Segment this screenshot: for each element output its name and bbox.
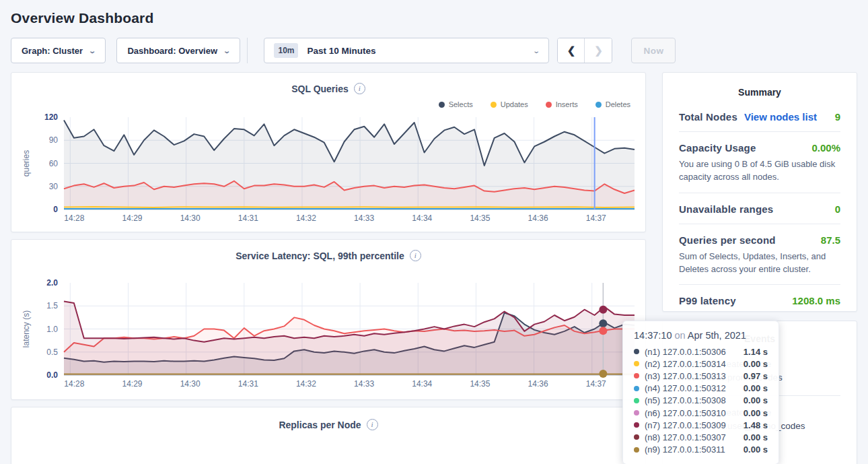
service-latency-card: Service Latency: SQL, 99th percentile i … [11, 239, 646, 400]
summary-label: Queries per second [679, 234, 776, 246]
overview-dashboard-page: Overview Dashboard Graph: Cluster ⌄ Dash… [0, 0, 868, 464]
svg-text:14:35: 14:35 [470, 379, 490, 389]
svg-text:14:30: 14:30 [180, 213, 201, 223]
summary-label: Total Nodes [679, 111, 737, 123]
summary-item-p99-latency: P99 latency 1208.0 ms [679, 285, 840, 312]
time-prev-button[interactable]: ❮ [558, 38, 585, 63]
summary-value: 87.5 [821, 234, 840, 246]
chevron-down-icon: ⌄ [532, 47, 540, 55]
legend-item-deletes[interactable]: Deletes [595, 100, 630, 109]
node-color-dot [634, 349, 639, 354]
svg-text:latency (s): latency (s) [22, 310, 31, 347]
summary-item-unavailable-ranges: Unavailable ranges 0 [679, 193, 840, 224]
sql-queries-card: SQL Queries i Selects Updates Inserts De… [11, 72, 646, 232]
chart-legend: Selects Updates Inserts Deletes [11, 100, 630, 109]
svg-text:1.0: 1.0 [46, 325, 58, 334]
view-nodes-list-link[interactable]: View nodes list [744, 111, 817, 123]
svg-text:14:36: 14:36 [528, 213, 548, 223]
summary-item-queries-per-second: Queries per second 87.5 Sum of Selects, … [679, 224, 840, 286]
svg-text:14:37: 14:37 [586, 213, 606, 223]
tooltip-timestamp: 14:37:10 on Apr 5th, 2021 [634, 330, 768, 341]
svg-text:0.0: 0.0 [46, 370, 58, 380]
svg-text:120: 120 [44, 112, 58, 122]
tooltip-row: (n1) 127.0.0.1:503061.14 s [634, 345, 768, 358]
summary-label: Capacity Usage [679, 142, 756, 154]
legend-dot [595, 102, 602, 108]
node-color-dot [634, 361, 639, 366]
page-title: Overview Dashboard [0, 0, 868, 26]
info-icon[interactable]: i [410, 250, 421, 261]
info-icon[interactable]: i [367, 419, 378, 430]
node-color-dot [634, 373, 639, 378]
svg-text:0: 0 [53, 205, 58, 214]
svg-text:14:28: 14:28 [64, 213, 84, 223]
svg-text:2.0: 2.0 [46, 278, 58, 288]
svg-text:14:32: 14:32 [296, 379, 316, 389]
node-color-dot [634, 410, 639, 416]
graph-scope-dropdown[interactable]: Graph: Cluster ⌄ [11, 38, 106, 63]
summary-item-total-nodes: Total Nodes View nodes list 9 [679, 101, 840, 132]
summary-value: 0.00% [811, 142, 840, 154]
legend-dot [439, 102, 445, 108]
chart-title: SQL Queries [291, 84, 349, 94]
tooltip-row: (n8) 127.0.0.1:503070.00 s [634, 431, 768, 443]
summary-label: Unavailable ranges [679, 203, 773, 215]
svg-text:14:29: 14:29 [122, 213, 142, 223]
graph-scope-label: Graph: Cluster [22, 46, 83, 56]
legend-item-updates[interactable]: Updates [491, 100, 528, 109]
svg-text:14:34: 14:34 [412, 213, 432, 223]
dashboard-select-dropdown[interactable]: Dashboard: Overview ⌄ [116, 38, 240, 63]
info-icon[interactable]: i [354, 83, 365, 94]
tooltip-row: (n7) 127.0.0.1:503091.48 s [634, 419, 768, 431]
time-range-picker[interactable]: 10m Past 10 Minutes ⌄ [264, 38, 549, 63]
svg-text:14:34: 14:34 [412, 379, 432, 389]
tooltip-row: (n3) 127.0.0.1:503130.97 s [634, 370, 768, 382]
svg-text:14:29: 14:29 [122, 379, 142, 389]
service-latency-chart[interactable]: 0.00.51.01.52.014:2814:2914:3014:3114:32… [18, 276, 637, 392]
tooltip-row: (n6) 127.0.0.1:503100.00 s [634, 407, 768, 419]
chart-hover-tooltip: 14:37:10 on Apr 5th, 2021 (n1) 127.0.0.1… [622, 321, 779, 464]
svg-text:14:30: 14:30 [180, 379, 201, 389]
node-color-dot [634, 434, 639, 440]
svg-text:14:28: 14:28 [64, 379, 84, 389]
summary-value: 9 [835, 111, 840, 123]
chart-title: Service Latency: SQL, 99th percentile [236, 251, 404, 261]
node-color-dot [634, 422, 639, 428]
summary-label: P99 latency [679, 295, 736, 306]
replicas-per-node-card: Replicas per Node i [11, 407, 646, 464]
chevron-down-icon: ⌄ [223, 47, 231, 55]
summary-value: 0 [835, 203, 840, 215]
svg-text:14:37: 14:37 [586, 379, 606, 389]
time-range-badge: 10m [274, 43, 298, 58]
legend-dot [546, 102, 552, 108]
svg-text:14:33: 14:33 [354, 379, 374, 389]
tooltip-row: (n5) 127.0.0.1:503080.00 s [634, 395, 768, 407]
legend-dot [491, 102, 497, 108]
tooltip-row: (n2) 127.0.0.1:503140.00 s [634, 358, 768, 370]
summary-desc: Sum of Selects, Updates, Inserts, and De… [679, 251, 840, 276]
summary-panel: Summary Total Nodes View nodes list 9 Ca… [662, 72, 857, 312]
chevron-down-icon: ⌄ [88, 47, 96, 55]
sql-queries-chart[interactable]: 030609012014:2814:2914:3014:3114:3214:33… [18, 110, 637, 226]
node-color-dot [634, 447, 639, 453]
svg-text:14:31: 14:31 [238, 213, 258, 223]
time-nav-group: ❮ ❯ [557, 38, 612, 63]
chart-title: Replicas per Node [279, 420, 361, 430]
svg-text:14:36: 14:36 [528, 379, 548, 389]
legend-item-selects[interactable]: Selects [439, 100, 473, 109]
svg-text:30: 30 [49, 182, 59, 191]
dashboard-select-label: Dashboard: Overview [127, 46, 217, 56]
summary-desc: You are using 0 B of 4.5 GiB usable disk… [679, 158, 840, 184]
svg-text:1.5: 1.5 [46, 301, 58, 310]
summary-title: Summary [679, 87, 840, 98]
charts-column: SQL Queries i Selects Updates Inserts De… [11, 72, 646, 464]
time-range-label: Past 10 Minutes [307, 46, 375, 56]
tooltip-row: (n9) 127.0.0.1:503110.00 s [634, 444, 768, 456]
now-button: Now [631, 38, 676, 63]
legend-item-inserts[interactable]: Inserts [546, 100, 578, 109]
time-next-button: ❯ [585, 38, 612, 63]
svg-text:14:35: 14:35 [470, 213, 490, 223]
node-color-dot [634, 386, 639, 391]
dashboard-controls: Graph: Cluster ⌄ Dashboard: Overview ⌄ 1… [11, 38, 857, 63]
summary-item-capacity-usage: Capacity Usage 0.00% You are using 0 B o… [679, 132, 840, 193]
